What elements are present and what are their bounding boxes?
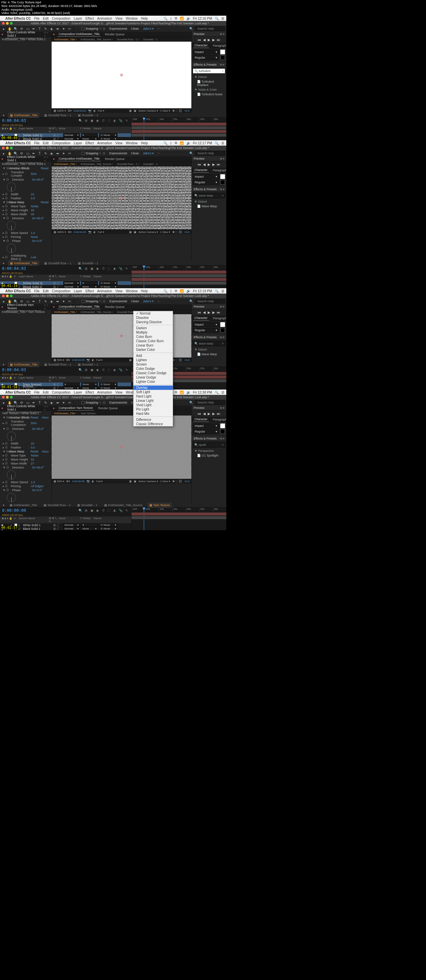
zoom-dropdown[interactable]: ▦ 50% ▾ [54, 480, 64, 483]
dropbox-icon[interactable]: ⧉ [175, 141, 177, 145]
search-icon[interactable]: 🔍 [215, 17, 219, 20]
menu-window[interactable]: Window [126, 17, 138, 20]
blend-mode-dropdown[interactable]: Normal▾ [63, 281, 80, 285]
comp-tab[interactable]: KnitSweater_Title ‹ [54, 412, 76, 415]
blend-mode-option[interactable]: Normal [133, 311, 173, 315]
character-tab[interactable]: Character [193, 315, 209, 321]
paragraph-tab[interactable]: Paragraph [212, 316, 226, 321]
mask-icon[interactable]: ▣ [134, 231, 136, 234]
play-icon[interactable]: ▶ [207, 162, 210, 166]
clock[interactable]: Fri 12:17 PM [193, 141, 212, 145]
blend-mode-option[interactable]: Color Burn [133, 334, 173, 339]
tool-7[interactable]: ✎ [43, 400, 48, 405]
menu-layer[interactable]: Layer [74, 17, 82, 20]
tool-8[interactable]: ◈ [49, 151, 54, 156]
menu-help[interactable]: Help [141, 17, 148, 20]
stroke-color-swatch[interactable] [220, 55, 225, 60]
snapping-checkbox[interactable] [82, 27, 84, 30]
layer-name[interactable]: [White Solid 1] [22, 134, 53, 137]
bluetooth-icon[interactable]: ᛒ [170, 141, 172, 145]
preset-item[interactable]: 📄 CC Spotlight [192, 453, 226, 458]
comp-tab[interactable]: Snowfall Row – 1 ‹ [117, 162, 139, 165]
comp-tab[interactable]: KnitSweater_Title ‹ [54, 38, 76, 41]
menu-effect[interactable]: Effect [86, 289, 94, 293]
minimize-icon[interactable] [6, 146, 9, 149]
effect-Wave Warp[interactable]: ▼ fx Wave WarpReset [0, 200, 51, 204]
exposure[interactable]: +0.0 [184, 231, 189, 234]
preset-category[interactable]: ▼ Distort [192, 347, 226, 352]
menu-effect[interactable]: Effect [86, 391, 94, 394]
dropbox-icon[interactable]: ⧉ [175, 16, 177, 20]
menu-help[interactable]: Help [141, 289, 148, 293]
blend-mode-option[interactable]: Linear Light [133, 399, 173, 403]
menu-file[interactable]: File [34, 391, 40, 394]
font-style-dropdown[interactable]: Regular▾ [193, 55, 219, 60]
fill-color-swatch[interactable] [220, 423, 225, 428]
menu-animation[interactable]: Animation [97, 141, 112, 145]
camera-dropdown[interactable]: Active Camera ▾ [138, 109, 158, 112]
timeline-tab[interactable]: ▦ Snowfall Row – 1 [43, 363, 73, 366]
grid-icon[interactable]: ▦ [129, 480, 132, 483]
menu-view[interactable]: View [116, 289, 123, 293]
res-dropdown[interactable]: Full ▾ [96, 358, 103, 361]
fill-color-swatch[interactable] [220, 50, 225, 54]
tool-10[interactable]: ✦ [61, 26, 66, 31]
paragraph-tab[interactable]: Paragraph [212, 168, 226, 173]
comp-tab[interactable]: Yarn Texture [81, 412, 95, 415]
minimize-icon[interactable] [6, 294, 9, 297]
layer-duration-bar[interactable] [131, 278, 226, 281]
close-icon[interactable] [2, 146, 5, 149]
angle-control[interactable] [7, 470, 16, 479]
tool-0[interactable]: ▸ [2, 26, 6, 31]
search-help-input[interactable]: Search Help [195, 26, 225, 31]
render-queue-tab[interactable]: Render Queue [103, 157, 126, 161]
blend-mode-option[interactable]: Lighter Color [133, 380, 173, 384]
effects-search-input[interactable]: 🔍 turbulent× [193, 68, 225, 74]
about-link[interactable]: Abou [41, 450, 49, 453]
snapshot-icon[interactable]: 📷 [88, 109, 92, 112]
current-time[interactable]: 0:00:04:03 [2, 266, 26, 271]
layer-duration-bar[interactable] [131, 130, 226, 133]
menu-view[interactable]: View [116, 141, 123, 145]
grid-icon[interactable]: ▦ [129, 109, 132, 112]
tool-7[interactable]: ✎ [43, 26, 48, 31]
timeline-ruler[interactable]: :00f05s10s15s20s25s30s [131, 118, 226, 122]
search-icon[interactable]: 🔍 [215, 289, 219, 293]
layer-duration-bar[interactable] [131, 134, 226, 137]
view-icons[interactable]: 🖥 ⬚ ⬛ [172, 231, 182, 234]
font-family-dropdown[interactable]: Impact▾ [193, 50, 219, 54]
bluetooth-icon[interactable]: ᛒ [170, 289, 172, 293]
blend-mode-option[interactable]: Dissolve [133, 315, 173, 320]
volume-icon[interactable]: 🔊 [186, 289, 190, 293]
exposure[interactable]: +0.0 [184, 109, 189, 112]
clean-label[interactable]: Clean [131, 27, 139, 30]
timeline-tab[interactable]: ▦ Snowfall Row – 1 [43, 113, 73, 117]
menu-file[interactable]: File [34, 141, 40, 145]
character-tab[interactable]: Character [193, 168, 209, 173]
layer-row[interactable]: ◉ ▸ 2 Black Solid 1 ⊞ ╱ Normal▾ None▾ ⊙ … [0, 527, 131, 530]
volume-icon[interactable]: 🔊 [186, 17, 190, 20]
mask-icon[interactable]: ▣ [134, 480, 136, 483]
current-time[interactable]: 0:00:04:03 [2, 118, 26, 123]
font-family-dropdown[interactable]: Impact▾ [193, 174, 219, 179]
trkmat-dropdown[interactable]: None▾ [81, 383, 98, 386]
tool-11[interactable]: ✂ [67, 299, 72, 304]
app-name[interactable]: After Effects CC [5, 17, 31, 20]
tool-11[interactable]: ✂ [67, 400, 72, 405]
wifi-icon[interactable]: 📶 [180, 391, 184, 394]
blend-mode-option[interactable]: Classic Color Dodge [133, 371, 173, 375]
preset-category[interactable]: ▼ Perspective [192, 449, 226, 453]
workspace-dropdown[interactable]: Jake's ▾ [143, 299, 154, 303]
clock[interactable]: Fri 12:16 PM [193, 17, 212, 20]
prev-frame-icon[interactable]: ◀ [203, 412, 206, 415]
menu-window[interactable]: Window [126, 289, 138, 293]
maximize-icon[interactable] [10, 294, 13, 297]
comp-tab[interactable]: KnitSweater_Title_Source ‹ [81, 162, 113, 165]
menu-layer[interactable]: Layer [74, 289, 82, 293]
next-frame-icon[interactable]: ▶ [212, 412, 215, 415]
last-frame-icon[interactable]: ⏭ [217, 412, 220, 415]
search-help-input[interactable]: Search Help [195, 400, 225, 405]
snapping-checkbox[interactable] [82, 152, 84, 155]
search-help-input[interactable]: Search Help [195, 299, 225, 304]
first-frame-icon[interactable]: ⏮ [198, 162, 201, 166]
